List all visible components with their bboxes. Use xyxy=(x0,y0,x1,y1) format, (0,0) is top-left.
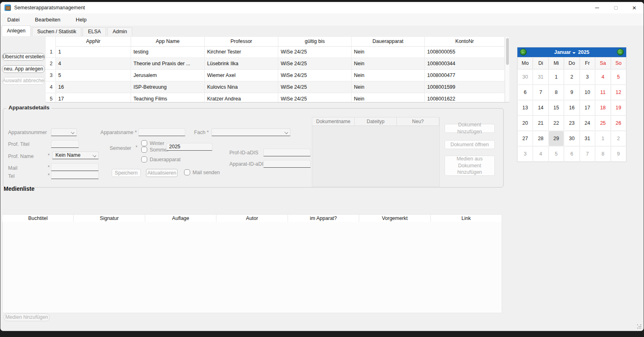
calendar-day[interactable]: 3 xyxy=(580,69,595,85)
calendar-day[interactable]: 10 xyxy=(580,85,595,100)
table-row[interactable]: 35JerusalemWiemer AxelWiSe 24/25Nein1008… xyxy=(46,70,505,81)
calendar-day[interactable]: 6 xyxy=(564,146,579,162)
calendar-day[interactable]: 12 xyxy=(611,85,626,100)
menu-item-bearbeiten[interactable]: Bearbeiten xyxy=(30,15,65,25)
dokument-oeffnen-button[interactable]: Dokument öffnen xyxy=(445,140,495,149)
calendar-day[interactable]: 14 xyxy=(533,100,548,115)
prof-id-adis-input[interactable] xyxy=(263,149,311,156)
calendar-day[interactable]: 25 xyxy=(595,115,610,131)
tab-suchen-statistik[interactable]: Suchen / Statistik xyxy=(32,27,82,36)
calendar-day[interactable]: 9 xyxy=(564,85,579,100)
calendar-day[interactable]: 5 xyxy=(549,146,564,162)
calendar-day[interactable]: 30 xyxy=(517,69,533,85)
calendar-day[interactable]: 20 xyxy=(517,115,533,131)
cell-konto: 1008001622 xyxy=(425,93,505,102)
column-header[interactable]: Dauerapparat xyxy=(352,37,425,47)
calendar-day[interactable]: 1 xyxy=(549,69,564,85)
calendar-day[interactable]: 5 xyxy=(611,69,626,85)
calendar-day[interactable]: 17 xyxy=(580,100,595,115)
sidebar-button[interactable]: neu. App anlegen xyxy=(2,65,45,73)
table-row[interactable]: 24Theorie und Praxis der ...Lüsebrink Il… xyxy=(46,58,505,70)
column-header[interactable]: AppNr xyxy=(56,37,131,47)
sommer-radio[interactable] xyxy=(141,147,147,153)
calendar-day[interactable]: 29 xyxy=(549,131,564,146)
calendar-day[interactable]: 13 xyxy=(517,100,533,115)
tab-admin[interactable]: Admin xyxy=(107,27,132,36)
menu-item-datei[interactable]: Datei xyxy=(2,15,24,25)
column-header[interactable]: gültig bis xyxy=(278,37,352,47)
titlebar: Semesterapparatsmanagement × xyxy=(0,2,644,13)
prof-name-combobox[interactable]: Kein Name xyxy=(52,151,99,159)
media-column-header: Signatur xyxy=(74,215,145,222)
sidebar-button[interactable]: Übersicht erstellen xyxy=(2,53,45,61)
calendar-day[interactable]: 2 xyxy=(564,69,579,85)
fach-combobox[interactable] xyxy=(212,128,290,136)
apparat-id-adis-input[interactable] xyxy=(263,160,311,168)
calendar-next-button[interactable]: → xyxy=(617,49,624,55)
calendar-day[interactable]: 19 xyxy=(611,100,626,115)
speichern-button[interactable]: Speichern xyxy=(112,169,141,177)
apparatsname-input[interactable] xyxy=(138,128,185,136)
table-row[interactable]: 11testingKirchner TesterWiSe 24/25Nein10… xyxy=(46,46,505,58)
apparatsnummer-combobox[interactable] xyxy=(51,128,77,136)
calendar-day[interactable]: 9 xyxy=(611,146,626,162)
tab-elsa[interactable]: ELSA xyxy=(83,27,106,36)
calendar-day[interactable]: 31 xyxy=(580,131,595,146)
tel-input[interactable] xyxy=(51,171,99,179)
calendar-day[interactable]: 27 xyxy=(517,131,533,146)
year-input[interactable]: 2025 xyxy=(166,143,212,151)
prof-titel-input[interactable] xyxy=(51,140,79,148)
calendar-day[interactable]: 23 xyxy=(564,115,579,131)
table-row[interactable]: 416ISP-BetreuungKulovics NinaWiSe 24/25N… xyxy=(46,81,505,93)
mail-label: Mail xyxy=(8,165,17,171)
medien-hinzufuegen-button[interactable]: Medien hinzufügen xyxy=(4,314,50,321)
media-column-header: Link xyxy=(431,215,502,222)
calendar-day[interactable]: 7 xyxy=(580,146,595,162)
column-header[interactable]: KontoNr xyxy=(425,37,505,47)
column-header[interactable]: App Name xyxy=(131,37,205,47)
maximize-button[interactable] xyxy=(606,2,625,13)
calendar-day[interactable]: 28 xyxy=(533,131,548,146)
calendar-day[interactable]: 2 xyxy=(611,131,626,146)
calendar-day[interactable]: 4 xyxy=(595,69,610,85)
calendar-day[interactable]: 8 xyxy=(549,85,564,100)
mail-senden-checkbox[interactable] xyxy=(184,169,190,175)
table-row[interactable]: 517Teaching FilmsKratzer AndreaWiSe 24/2… xyxy=(46,93,505,102)
dokument-hinzufuegen-button[interactable]: Dokument hinzufügen xyxy=(445,124,495,133)
calendar-day[interactable]: 21 xyxy=(533,115,548,131)
calendar-title[interactable]: Januar 2025 xyxy=(554,49,589,55)
calendar-day[interactable]: 26 xyxy=(611,115,626,131)
calendar-month[interactable]: Januar xyxy=(554,49,571,55)
scrollbar-thumb[interactable] xyxy=(506,38,509,65)
winter-radio[interactable] xyxy=(141,140,147,146)
close-button[interactable]: × xyxy=(625,2,644,13)
menu-item-help[interactable]: Help xyxy=(71,15,91,25)
dauerapparat-radio[interactable] xyxy=(141,156,147,162)
calendar-day[interactable]: 4 xyxy=(533,146,548,162)
calendar-day[interactable]: 16 xyxy=(564,100,579,115)
prof-name-value: Kein Name xyxy=(55,152,80,158)
tab-anlegen[interactable]: Anlegen xyxy=(2,26,31,36)
calendar-day[interactable]: 1 xyxy=(595,131,610,146)
calendar-day[interactable]: 18 xyxy=(595,100,610,115)
calendar-day[interactable]: 31 xyxy=(533,69,548,85)
calendar-day[interactable]: 6 xyxy=(517,85,533,100)
mail-input[interactable] xyxy=(51,163,99,171)
calendar-day[interactable]: 30 xyxy=(564,131,579,146)
calendar-day[interactable]: 8 xyxy=(595,146,610,162)
resize-grip[interactable] xyxy=(637,324,642,329)
calendar-day[interactable]: 22 xyxy=(549,115,564,131)
sidebar-button[interactable]: Auswahl abbrechen xyxy=(2,77,45,85)
calendar-day[interactable]: 11 xyxy=(595,85,610,100)
medien-aus-dokument-button[interactable]: Medien aus Dokument hinzufügen xyxy=(445,156,495,176)
calendar-year[interactable]: 2025 xyxy=(578,49,589,55)
calendar-day[interactable]: 24 xyxy=(580,115,595,131)
calendar-day[interactable]: 3 xyxy=(517,146,533,162)
calendar-prev-button[interactable]: ← xyxy=(520,49,527,55)
apps-table-scrollbar[interactable] xyxy=(505,37,509,102)
calendar-day[interactable]: 15 xyxy=(549,100,564,115)
column-header[interactable]: Professor xyxy=(205,37,278,47)
aktualisieren-button[interactable]: Aktualisieren xyxy=(146,169,178,177)
calendar-day[interactable]: 7 xyxy=(533,85,548,100)
minimize-button[interactable] xyxy=(588,2,606,13)
